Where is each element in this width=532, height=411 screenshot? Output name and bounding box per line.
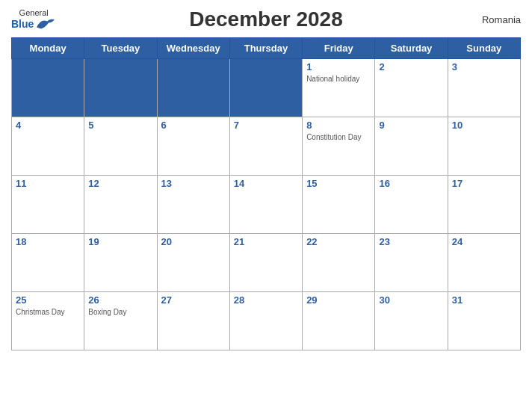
calendar-page: General Blue December 2028 Romania Monda… — [0, 0, 532, 411]
calendar-cell — [157, 59, 229, 117]
day-number: 7 — [234, 120, 298, 131]
day-number: 19 — [88, 236, 152, 247]
calendar-cell: 12 — [84, 176, 157, 234]
weekday-header-row: MondayTuesdayWednesdayThursdayFridaySatu… — [12, 38, 521, 59]
logo: General Blue — [11, 9, 56, 31]
calendar-week-row: 45678Constitution Day910 — [12, 117, 521, 176]
day-number: 18 — [16, 236, 80, 247]
holiday-name: Boxing Day — [88, 307, 152, 317]
calendar-cell: 5 — [84, 117, 157, 176]
calendar-cell: 11 — [12, 176, 84, 234]
holiday-name: Constitution Day — [306, 132, 371, 142]
weekday-header-tuesday: Tuesday — [84, 38, 157, 59]
day-number: 20 — [161, 236, 226, 247]
day-number: 23 — [379, 236, 443, 247]
calendar-cell: 22 — [303, 234, 375, 292]
calendar-cell: 17 — [448, 176, 520, 234]
day-number: 13 — [161, 178, 226, 189]
day-number: 4 — [16, 120, 80, 131]
calendar-cell — [12, 59, 84, 117]
calendar-cell: 7 — [229, 117, 302, 176]
calendar-cell: 10 — [448, 117, 520, 176]
calendar-table: MondayTuesdayWednesdayThursdayFridaySatu… — [11, 37, 521, 350]
calendar-cell: 24 — [448, 234, 520, 292]
calendar-cell: 14 — [229, 176, 302, 234]
calendar-cell: 29 — [303, 292, 375, 350]
day-number: 8 — [306, 120, 371, 131]
calendar-cell — [229, 59, 302, 117]
country-label: Romania — [482, 14, 521, 25]
weekday-header-monday: Monday — [12, 38, 84, 59]
calendar-header: General Blue December 2028 Romania — [11, 7, 521, 31]
logo-bird-icon — [35, 17, 56, 31]
calendar-cell: 2 — [375, 59, 448, 117]
weekday-header-friday: Friday — [303, 38, 375, 59]
calendar-cell: 18 — [12, 234, 84, 292]
calendar-cell: 8Constitution Day — [303, 117, 375, 176]
calendar-cell: 4 — [12, 117, 84, 176]
day-number: 15 — [306, 178, 371, 189]
calendar-cell: 1National holiday — [303, 59, 375, 117]
calendar-cell — [84, 59, 157, 117]
day-number: 2 — [379, 61, 443, 72]
day-number: 29 — [306, 294, 371, 306]
calendar-cell: 3 — [448, 59, 520, 117]
weekday-header-wednesday: Wednesday — [157, 38, 229, 59]
day-number: 17 — [452, 178, 516, 189]
calendar-week-row: 1National holiday23 — [12, 59, 521, 117]
day-number: 10 — [452, 120, 516, 131]
day-number: 24 — [452, 236, 516, 247]
day-number: 5 — [88, 120, 152, 131]
calendar-cell: 15 — [303, 176, 375, 234]
holiday-name: National holiday — [306, 74, 371, 84]
calendar-cell: 25Christmas Day — [12, 292, 84, 350]
day-number: 21 — [234, 236, 298, 247]
calendar-week-row: 25Christmas Day26Boxing Day2728293031 — [12, 292, 521, 350]
day-number: 27 — [161, 294, 226, 306]
day-number: 31 — [452, 294, 516, 306]
day-number: 12 — [88, 178, 152, 189]
day-number: 9 — [379, 120, 443, 131]
calendar-cell: 26Boxing Day — [84, 292, 157, 350]
calendar-cell: 6 — [157, 117, 229, 176]
day-number: 11 — [16, 178, 80, 189]
day-number: 14 — [234, 178, 298, 189]
day-number: 28 — [234, 294, 298, 306]
day-number: 30 — [379, 294, 443, 306]
calendar-cell: 27 — [157, 292, 229, 350]
logo-blue-text: Blue — [11, 19, 34, 29]
calendar-cell: 23 — [375, 234, 448, 292]
month-title: December 2028 — [189, 7, 342, 31]
logo-general-text: General — [19, 9, 49, 17]
day-number: 1 — [306, 61, 371, 72]
weekday-header-sunday: Sunday — [448, 38, 520, 59]
calendar-cell: 13 — [157, 176, 229, 234]
holiday-name: Christmas Day — [16, 307, 80, 317]
day-number: 25 — [16, 294, 80, 306]
day-number: 26 — [88, 294, 152, 306]
day-number: 6 — [161, 120, 226, 131]
calendar-cell: 21 — [229, 234, 302, 292]
day-number: 16 — [379, 178, 443, 189]
calendar-cell: 30 — [375, 292, 448, 350]
calendar-week-row: 11121314151617 — [12, 176, 521, 234]
calendar-cell: 28 — [229, 292, 302, 350]
calendar-cell: 9 — [375, 117, 448, 176]
weekday-header-thursday: Thursday — [229, 38, 302, 59]
calendar-week-row: 18192021222324 — [12, 234, 521, 292]
calendar-cell: 31 — [448, 292, 520, 350]
day-number: 3 — [452, 61, 516, 72]
day-number: 22 — [306, 236, 371, 247]
weekday-header-saturday: Saturday — [375, 38, 448, 59]
calendar-cell: 19 — [84, 234, 157, 292]
calendar-cell: 16 — [375, 176, 448, 234]
calendar-cell: 20 — [157, 234, 229, 292]
